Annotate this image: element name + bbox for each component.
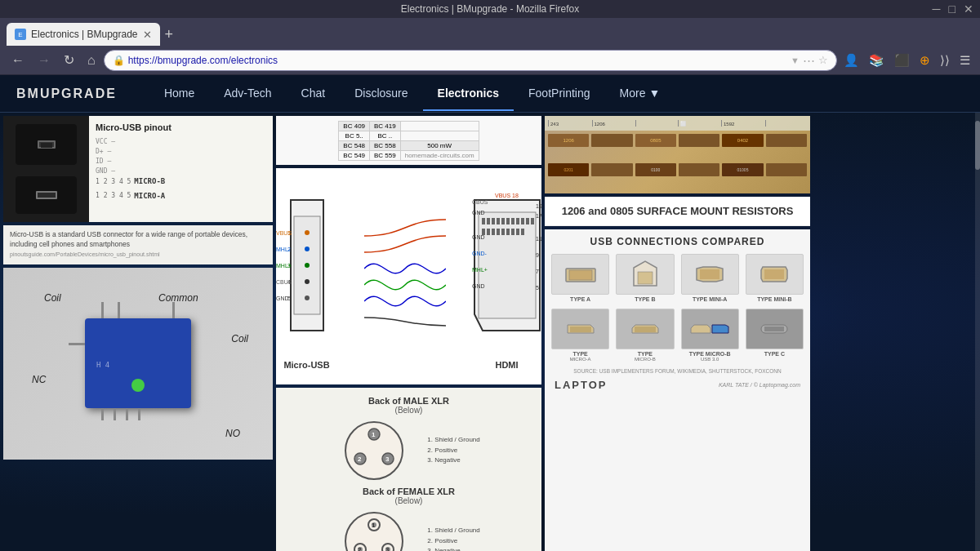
left-column: Micro-USB pinout VCC — D+ — ID — GND — 1… xyxy=(3,116,273,551)
xlr-card: Back of MALE XLR (Below) xyxy=(276,388,541,551)
usb-micro-b-3-img xyxy=(681,309,739,349)
svg-text:7: 7 xyxy=(536,269,539,274)
svg-rect-36 xyxy=(516,229,519,235)
nav-link-more[interactable]: More ▼ xyxy=(605,77,675,109)
refresh-button[interactable]: ↻ xyxy=(59,49,79,71)
bookmark-icon[interactable]: ☆ xyxy=(818,54,828,66)
hdmi-connector-svg: 19 17 11 9 7 5 CBUS xyxy=(470,184,544,358)
windows-icon[interactable]: ⬛ xyxy=(891,50,913,71)
browser-titlebar: Electronics | BMupgrade - Mozilla Firefo… xyxy=(0,0,980,18)
svg-rect-72 xyxy=(764,269,784,279)
site-logo[interactable]: BMUPGRADE xyxy=(16,87,117,101)
library-icon[interactable]: 📚 xyxy=(866,50,888,71)
nav-link-electronics[interactable]: Electronics xyxy=(423,77,514,111)
relay-pin-2 xyxy=(118,302,120,318)
firefox-account-icon[interactable]: ⊕ xyxy=(916,50,933,71)
profile-icon[interactable]: 👤 xyxy=(840,50,862,71)
address-bar[interactable]: 🔒 https://bmupgrade.com/electronics ▼ ⋯ … xyxy=(104,50,837,71)
svg-text:1: 1 xyxy=(287,230,291,236)
svg-rect-20 xyxy=(492,218,495,224)
maximize-icon[interactable]: □ xyxy=(949,2,956,16)
nav-link-chat[interactable]: Chat xyxy=(287,77,341,109)
page-scroll-area[interactable]: BMUPGRADE Home Adv-Tech Chat Disclosure … xyxy=(0,75,980,551)
main-content-grid: Micro-USB pinout VCC — D+ — ID — GND — 1… xyxy=(0,113,980,551)
svg-text:3: 3 xyxy=(385,455,390,463)
usb-micro-b-3-sublabel: USB 3.0 xyxy=(681,357,739,362)
close-icon[interactable]: ✕ xyxy=(964,2,973,16)
usb-a-label: TYPE A xyxy=(551,296,609,302)
minimize-icon[interactable]: ─ xyxy=(933,2,941,16)
usb-hdmi-card: VBUS MHL- MHL+ CBUS GND 1 2 3 4 xyxy=(276,168,541,384)
svg-text:VBUS 18: VBUS 18 xyxy=(495,193,519,198)
forward-button[interactable]: → xyxy=(33,50,56,71)
svg-rect-26 xyxy=(521,218,524,224)
menu-icon[interactable]: ☰ xyxy=(956,50,973,71)
address-menu-icon[interactable]: ⋯ xyxy=(803,53,815,68)
svg-point-3 xyxy=(305,247,310,251)
svg-rect-32 xyxy=(497,229,500,235)
nav-link-disclosure[interactable]: Disclosure xyxy=(340,77,422,109)
svg-text:3: 3 xyxy=(287,263,291,269)
extensions-icon[interactable]: ⟩⟩ xyxy=(937,50,953,71)
nav-item-more[interactable]: More ▼ xyxy=(605,77,675,111)
back-button[interactable]: ← xyxy=(7,50,29,71)
chip-4 xyxy=(679,134,719,147)
tab-close-button[interactable]: ✕ xyxy=(143,29,152,41)
svg-text:1: 1 xyxy=(372,431,376,438)
svg-text:MHL+: MHL+ xyxy=(472,267,488,273)
nav-item-home[interactable]: Home xyxy=(149,77,209,111)
chip-0402: 0402 xyxy=(722,134,763,147)
svg-text:17: 17 xyxy=(536,213,542,219)
usb-source-text: SOURCE: USB IMPLEMENTERS FORUM, WIKIMEDI… xyxy=(551,368,804,374)
svg-text:GND: GND xyxy=(472,234,485,240)
usb-types-row2: TYPE MICRO-A TYPE xyxy=(551,309,804,362)
url-display: https://bmupgrade.com/electronics xyxy=(128,55,787,66)
nav-item-chat[interactable]: Chat xyxy=(287,77,341,111)
svg-text:5: 5 xyxy=(536,285,539,291)
micro-usb-desc-text: Micro-USB is a standard USB connector fo… xyxy=(10,230,247,248)
nav-item-advtech[interactable]: Adv-Tech xyxy=(209,77,286,111)
svg-rect-21 xyxy=(497,218,500,224)
nav-link-advtech[interactable]: Adv-Tech xyxy=(209,77,286,109)
svg-text:19: 19 xyxy=(536,203,542,209)
address-dropdown-icon[interactable]: ▼ xyxy=(791,56,800,65)
ruler-marks: 243 1206 ⬜ 1592 xyxy=(548,120,807,127)
nav-item-disclosure[interactable]: Disclosure xyxy=(340,77,422,111)
brand-row: LAPTOP KARL TATE / © Laptopmag.com xyxy=(551,377,804,393)
chip-0201: 0201 xyxy=(548,163,589,176)
scrollbar-thumb[interactable] xyxy=(975,121,980,170)
brand-credit: KARL TATE / © Laptopmag.com xyxy=(719,382,800,388)
new-tab-button[interactable]: + xyxy=(160,23,179,46)
svg-rect-30 xyxy=(487,229,490,235)
browser-title: Electronics | BMupgrade - Mozilla Firefo… xyxy=(401,3,580,15)
svg-text:11: 11 xyxy=(536,236,542,242)
usb-type-micro-b: TYPE MICRO-B xyxy=(616,309,674,362)
usb-micro-a-img xyxy=(551,309,609,349)
female-xlr-title: Back of FEMALE XLR xyxy=(284,487,533,496)
homemade-source: homemade-circuits.com xyxy=(400,150,479,160)
male-xlr-title: Back of MALE XLR xyxy=(284,396,533,406)
nav-link-footprinting[interactable]: FootPrinting xyxy=(514,77,604,109)
nav-item-footprinting[interactable]: FootPrinting xyxy=(514,77,604,111)
svg-rect-18 xyxy=(482,218,485,224)
active-tab[interactable]: E Electronics | BMupgrade ✕ xyxy=(7,23,160,46)
svg-rect-37 xyxy=(521,229,524,235)
nav-link-home[interactable]: Home xyxy=(149,77,209,109)
scrollbar-track[interactable] xyxy=(975,113,980,551)
chip-0100: 0100 xyxy=(635,163,676,176)
window-controls[interactable]: ─ □ ✕ xyxy=(933,2,973,16)
svg-text:2: 2 xyxy=(358,546,362,551)
svg-rect-35 xyxy=(511,229,514,235)
chip-grid: 1206 0805 0402 0201 0100 01005 xyxy=(545,131,810,193)
svg-point-4 xyxy=(305,263,310,268)
tab-favicon: E xyxy=(15,29,26,40)
micro-usb-card: Micro-USB pinout VCC — D+ — ID — GND — 1… xyxy=(3,116,273,222)
home-button[interactable]: ⌂ xyxy=(82,50,100,71)
nav-item-electronics[interactable]: Electronics xyxy=(423,77,514,111)
usb-type-a-img xyxy=(551,254,609,295)
female-xlr-subtitle: (Below) xyxy=(284,496,533,505)
svg-rect-17 xyxy=(479,212,536,318)
relay-body: H 4 xyxy=(85,318,191,408)
relay-nc-label: NC xyxy=(32,374,46,385)
svg-point-5 xyxy=(305,279,310,284)
